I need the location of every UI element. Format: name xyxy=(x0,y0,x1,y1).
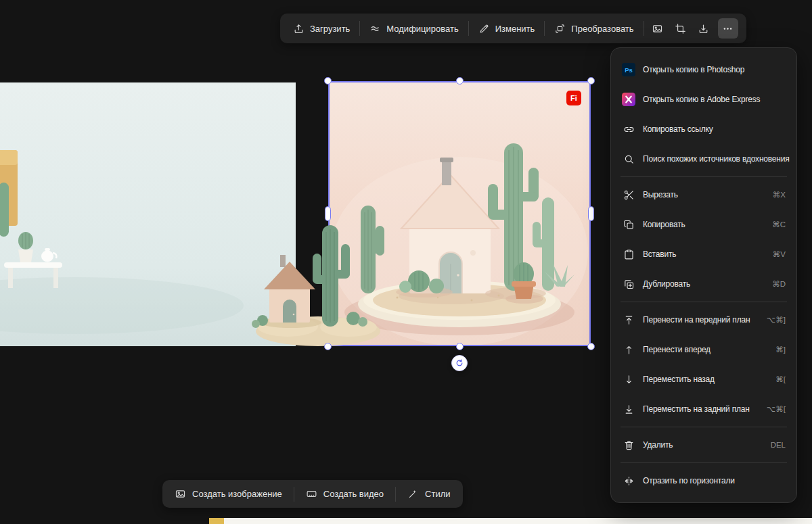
upload-label: Загрузить xyxy=(310,24,350,34)
menu-item-paste[interactable]: Вставить ⌘V xyxy=(611,239,796,269)
more-options-button[interactable] xyxy=(718,18,738,39)
menu-item-search-similar[interactable]: Поиск похожих источников вдохновения xyxy=(611,144,796,174)
rotate-arrow-icon xyxy=(455,358,464,368)
firefly-badge: Fi xyxy=(566,91,581,105)
create-image-label: Создать изображение xyxy=(192,489,282,499)
edit-label: Изменить xyxy=(495,24,535,34)
crop-icon xyxy=(675,23,686,34)
transform-label: Преобразовать xyxy=(571,24,633,34)
adobe-express-icon xyxy=(622,93,635,106)
image-tool-button[interactable] xyxy=(646,18,669,39)
canvas[interactable]: Fi xyxy=(0,0,812,524)
top-toolbar: Загрузить Модифицировать Изменить Преобр… xyxy=(280,14,746,43)
menu-item-bring-to-front[interactable]: Перенести на передний план ⌥⌘] xyxy=(611,305,796,335)
styles-button[interactable]: Стили xyxy=(398,483,459,505)
create-video-icon xyxy=(306,488,317,500)
menu-item-delete[interactable]: Удалить DEL xyxy=(611,430,796,460)
menu-item-duplicate[interactable]: Дублировать ⌘D xyxy=(611,269,796,299)
create-video-label: Создать видео xyxy=(323,489,384,499)
transform-button[interactable]: Преобразовать xyxy=(547,18,641,39)
selection-handle-bottom-middle[interactable] xyxy=(456,343,464,350)
divider xyxy=(621,176,787,177)
trash-icon xyxy=(622,438,635,452)
selection-handle-top-right[interactable] xyxy=(587,77,595,85)
create-image-button[interactable]: Создать изображение xyxy=(165,483,292,505)
modify-waves-icon xyxy=(369,23,381,34)
selection-handle-top-middle[interactable] xyxy=(456,77,464,85)
transform-icon xyxy=(554,23,566,34)
menu-item-open-express[interactable]: Открыть копию в Adobe Express xyxy=(611,85,796,114)
bottom-toolbar: Создать изображение Создать видео Стили xyxy=(162,480,463,508)
divider xyxy=(468,21,469,36)
copy-icon xyxy=(622,218,635,231)
divider xyxy=(644,21,644,36)
modify-button[interactable]: Модифицировать xyxy=(362,18,466,39)
context-menu: Ps Открыть копию в Photoshop Открыть коп… xyxy=(610,47,797,503)
upload-icon xyxy=(293,23,304,34)
bring-forward-icon xyxy=(622,343,635,356)
divider xyxy=(359,21,360,36)
photoshop-icon: Ps xyxy=(622,63,635,76)
scissors-icon xyxy=(622,188,635,201)
flip-horizontal-icon xyxy=(622,474,635,487)
search-icon xyxy=(622,152,635,166)
upload-button[interactable]: Загрузить xyxy=(286,18,357,39)
styles-wand-icon xyxy=(407,488,419,500)
divider xyxy=(621,462,787,463)
selection-handle-bottom-left[interactable] xyxy=(324,343,332,350)
bring-to-front-icon xyxy=(622,313,635,327)
menu-item-send-to-back[interactable]: Переместить на задний план ⌥⌘[ xyxy=(611,394,796,424)
divider xyxy=(395,487,396,502)
create-image-icon xyxy=(175,488,186,500)
send-backward-icon xyxy=(622,373,635,386)
download-button[interactable] xyxy=(692,18,715,39)
menu-item-copy-link[interactable]: Копировать ссылку xyxy=(611,114,796,144)
edit-button[interactable]: Изменить xyxy=(471,18,543,39)
menu-item-cut[interactable]: Вырезать ⌘X xyxy=(611,180,796,210)
menu-item-send-backward[interactable]: Переместить назад ⌘[ xyxy=(611,364,796,394)
send-to-back-icon xyxy=(622,402,635,416)
divider xyxy=(294,487,294,502)
create-video-button[interactable]: Создать видео xyxy=(296,483,393,505)
menu-item-bring-forward[interactable]: Перенести вперед ⌘] xyxy=(611,335,796,364)
small-house-artwork xyxy=(250,220,386,352)
modify-label: Модифицировать xyxy=(386,24,458,34)
menu-item-open-photoshop[interactable]: Ps Открыть копию в Photoshop xyxy=(611,55,796,85)
duplicate-icon xyxy=(622,277,635,291)
bottom-image-sliver-yellow[interactable] xyxy=(209,518,224,524)
menu-item-flip-horizontal[interactable]: Отразить по горизонтали xyxy=(611,466,796,496)
menu-item-copy[interactable]: Копировать ⌘C xyxy=(611,210,796,239)
selection-handle-bottom-right[interactable] xyxy=(587,343,595,350)
download-icon xyxy=(698,23,709,34)
divider xyxy=(621,427,787,427)
rotate-handle[interactable] xyxy=(451,355,468,371)
selection-handle-middle-left[interactable] xyxy=(325,206,331,221)
divider xyxy=(544,21,545,36)
image-icon xyxy=(652,23,663,34)
clipboard-icon xyxy=(622,247,635,261)
selection-handle-top-left[interactable] xyxy=(324,77,332,85)
link-icon xyxy=(622,122,635,136)
pencil-icon xyxy=(478,23,490,34)
selection-handle-middle-right[interactable] xyxy=(588,206,594,221)
ellipsis-icon xyxy=(722,23,734,34)
crop-button[interactable] xyxy=(669,18,692,39)
divider xyxy=(621,302,787,302)
bottom-image-sliver-white[interactable] xyxy=(224,518,812,524)
styles-label: Стили xyxy=(425,489,450,499)
canvas-image-small-house[interactable] xyxy=(250,220,386,352)
